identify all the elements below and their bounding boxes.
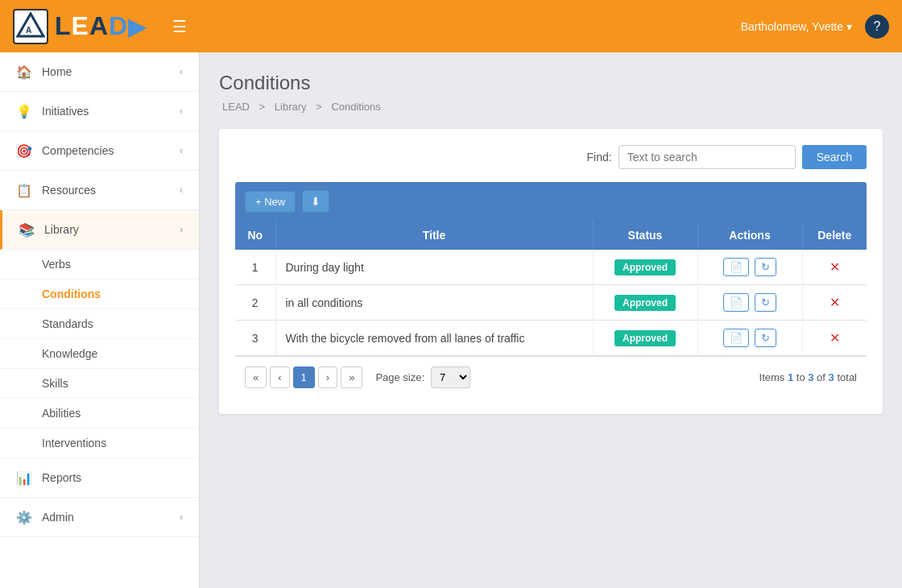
sidebar-sub-item-knowledge[interactable]: Knowledge [0,339,199,369]
new-button[interactable]: + New [245,191,296,213]
table-row: 3 With the bicycle removed from all lane… [235,321,867,356]
sidebar-item-label: Admin [42,511,180,524]
sidebar-item-label: Competencies [42,144,180,157]
items-total: 3 [829,371,834,383]
row-delete: ✕ [802,285,867,321]
sidebar-sub-item-skills[interactable]: Skills [0,369,199,399]
page-size-select[interactable]: 7 10 25 50 [431,366,470,388]
status-badge: Approved [614,295,676,311]
col-status: Status [593,221,697,250]
header: A LEAD▶ ☰ Bartholomew, Yvette ▾ ? [0,0,902,52]
reports-icon: 📊 [16,470,32,486]
main-content: Conditions LEAD > Library > Conditions F… [200,52,902,588]
col-actions: Actions [697,221,802,250]
page-title: Conditions [219,72,883,94]
sidebar-item-resources[interactable]: 📋 Resources ‹ [0,171,199,210]
restore-action-button[interactable]: ↻ [755,258,776,276]
logo-icon: A [13,9,48,44]
items-start: 1 [788,371,793,383]
row-no: 3 [235,321,275,356]
sidebar: 🏠 Home ‹ 💡 Initiatives ‹ 🎯 Competencies … [0,52,200,588]
home-icon: 🏠 [16,64,32,80]
row-delete: ✕ [802,321,867,356]
conditions-table: No Title Status Actions Delete 1 During … [235,221,867,356]
sidebar-item-label: Initiatives [42,105,180,118]
items-info: Items 1 to 3 of 3 total [759,371,857,383]
sidebar-sub-item-verbs[interactable]: Verbs [0,250,199,280]
breadcrumb-conditions[interactable]: Conditions [331,101,380,113]
sidebar-item-label: Library [44,223,180,236]
resources-icon: 📋 [16,182,32,198]
chevron-right-icon: ‹ [180,106,183,117]
last-page-button[interactable]: » [341,366,362,388]
view-action-button[interactable]: 📄 [723,293,749,312]
content-card: Find: Search + New ⬇ No Title Status Act… [219,129,883,414]
hamburger-button[interactable]: ☰ [166,14,193,39]
find-label: Find: [587,151,612,164]
sidebar-sub-item-interventions[interactable]: Interventions [0,429,199,458]
sidebar-item-label: Resources [42,184,180,197]
table-row: 2 in all conditions Approved 📄 ↻ ✕ [235,285,867,321]
breadcrumb-library[interactable]: Library [275,101,307,113]
restore-action-button[interactable]: ↻ [755,329,776,347]
sidebar-item-competencies[interactable]: 🎯 Competencies ‹ [0,131,199,171]
current-page-button[interactable]: 1 [293,366,315,388]
sidebar-sub-item-standards[interactable]: Standards [0,309,199,339]
restore-action-button[interactable]: ↻ [755,293,776,312]
search-button[interactable]: Search [802,145,867,169]
chevron-right-icon: ‹ [180,66,183,77]
search-input[interactable] [619,145,796,169]
user-chevron-icon: ▾ [846,20,852,33]
user-menu[interactable]: Bartholomew, Yvette ▾ [741,20,852,33]
library-icon: 📚 [19,222,35,238]
col-title: Title [275,221,593,250]
status-badge: Approved [614,330,676,346]
layout: 🏠 Home ‹ 💡 Initiatives ‹ 🎯 Competencies … [0,52,902,588]
row-title: With the bicycle removed from all lanes … [275,321,593,356]
breadcrumb-lead[interactable]: LEAD [222,101,250,113]
help-button[interactable]: ? [865,14,889,39]
header-right: Bartholomew, Yvette ▾ ? [741,14,889,39]
first-page-button[interactable]: « [245,366,267,388]
row-no: 1 [235,250,275,285]
row-status: Approved [593,321,697,356]
sidebar-item-reports[interactable]: 📊 Reports [0,458,199,498]
view-action-button[interactable]: 📄 [723,329,749,347]
breadcrumb: LEAD > Library > Conditions [219,101,883,113]
search-bar: Find: Search [235,145,867,169]
logo-text: LEAD▶ [55,11,147,41]
breadcrumb-separator: > [259,101,268,113]
col-delete: Delete [802,221,867,250]
delete-button[interactable]: ✕ [825,293,845,312]
competencies-icon: 🎯 [16,143,32,159]
svg-text:A: A [26,26,31,35]
items-end: 3 [808,371,813,383]
table-toolbar: + New ⬇ [235,182,867,221]
sidebar-sub-item-conditions[interactable]: Conditions [0,280,199,309]
row-delete: ✕ [802,250,867,285]
download-button[interactable]: ⬇ [302,190,329,213]
chevron-right-icon: ‹ [180,184,183,196]
row-status: Approved [593,250,697,285]
row-actions: 📄 ↻ [697,250,802,285]
sidebar-item-library[interactable]: 📚 Library › [0,210,199,250]
logo-area: A LEAD▶ ☰ [13,9,193,44]
delete-button[interactable]: ✕ [825,258,845,276]
breadcrumb-separator: > [316,101,325,113]
sidebar-item-label: Home [42,65,180,78]
chevron-right-icon: ‹ [180,511,183,523]
sidebar-item-home[interactable]: 🏠 Home ‹ [0,52,199,92]
initiatives-icon: 💡 [16,103,32,119]
view-action-button[interactable]: 📄 [723,258,749,276]
delete-button[interactable]: ✕ [825,329,845,347]
sidebar-item-admin[interactable]: ⚙️ Admin ‹ [0,498,199,537]
sidebar-item-initiatives[interactable]: 💡 Initiatives ‹ [0,92,199,131]
sidebar-sub-item-abilities[interactable]: Abilities [0,399,199,429]
row-status: Approved [593,285,697,321]
status-badge: Approved [614,259,676,275]
prev-page-button[interactable]: ‹ [270,366,289,388]
next-page-button[interactable]: › [318,366,337,388]
row-title: During day light [275,250,593,285]
admin-icon: ⚙️ [16,509,32,525]
user-name: Bartholomew, Yvette [741,20,843,33]
